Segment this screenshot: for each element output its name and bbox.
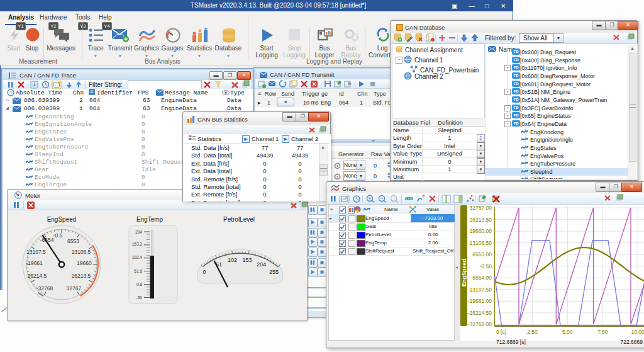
svg-text:0 [s]: 0 [s] <box>496 329 506 335</box>
svg-text:26214.5: 26214.5 <box>27 273 47 279</box>
svg-text:5.00: 5.00 <box>562 329 573 335</box>
svg-text:6553: 6553 <box>67 238 79 244</box>
svg-text:102.4: 102.4 <box>132 255 143 259</box>
svg-text:722.6869: 722.6869 <box>621 339 643 345</box>
svg-text:2.50: 2.50 <box>527 329 538 335</box>
svg-text:255: 255 <box>269 269 279 275</box>
svg-text:204: 204 <box>135 230 142 234</box>
svg-text:-19661: -19661 <box>26 260 43 266</box>
svg-text:102: 102 <box>228 257 237 263</box>
svg-text:13106.50: 13106.50 <box>470 240 492 246</box>
svg-text:7.50: 7.50 <box>597 329 608 335</box>
svg-text:19660: 19660 <box>77 260 92 266</box>
svg-text:19660.00: 19660.00 <box>470 228 492 234</box>
svg-text:-50: -50 <box>136 295 143 300</box>
svg-text:32767.00: 32767.00 <box>470 205 492 211</box>
svg-text:PetrolLevel: PetrolLevel <box>223 216 255 223</box>
svg-text:32767: 32767 <box>67 285 82 292</box>
svg-text:712.6869 [s]: 712.6869 [s] <box>496 339 526 345</box>
svg-text:-6554.00: -6554.00 <box>470 275 492 281</box>
svg-text:-32768: -32768 <box>36 285 53 292</box>
svg-text:-19661.00: -19661.00 <box>468 298 492 304</box>
svg-text:-13107.50: -13107.50 <box>468 287 492 293</box>
svg-text:153.2: 153.2 <box>132 242 143 246</box>
svg-text:-0.50: -0.50 <box>480 263 492 270</box>
svg-text:-0.5: -0.5 <box>53 232 63 239</box>
svg-text:EngSpeed: EngSpeed <box>461 259 467 287</box>
svg-text:13106.5: 13106.5 <box>72 249 91 255</box>
svg-text:EngTemp: EngTemp <box>136 216 164 223</box>
svg-text:-32768.00: -32768.00 <box>468 321 492 327</box>
svg-text:153: 153 <box>242 257 252 263</box>
svg-text:10.00: 10.00 <box>631 329 644 335</box>
svg-text:0: 0 <box>203 269 206 275</box>
svg-text:51.6: 51.6 <box>134 269 142 273</box>
svg-text:0.8: 0.8 <box>136 282 142 287</box>
svg-text:204: 204 <box>257 261 266 268</box>
svg-text:26213.5: 26213.5 <box>72 273 91 279</box>
svg-text:EngSpeed: EngSpeed <box>47 216 77 223</box>
svg-text:-26214.50: -26214.50 <box>468 310 492 316</box>
svg-text:13107.5: 13107.5 <box>26 249 46 255</box>
svg-text:26213.50: 26213.50 <box>470 217 492 223</box>
svg-text:6553.00: 6553.00 <box>472 251 492 258</box>
